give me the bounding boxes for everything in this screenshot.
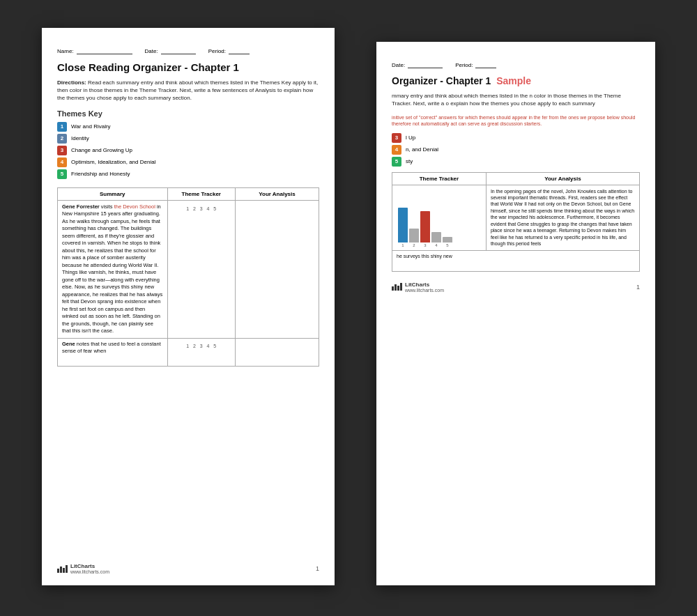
col-analysis: Your Analysis [236,187,319,200]
front-brand: LitCharts [70,563,109,569]
back-page-num: 1 [636,284,640,291]
back-period-field: Period: [455,61,496,68]
period-field: Period: [208,47,250,54]
tracker-bar-1 [398,208,408,242]
front-litcharts-logo: LitCharts www.litcharts.com [57,563,109,574]
front-litcharts-bars-icon [57,565,68,573]
theme-item-5: 5 Friendship and Honesty [57,169,319,179]
back-note: initive set of "correct" answers for whi… [392,114,640,127]
back-analysis-text: In the opening pages of the novel, John … [491,188,635,247]
theme-badge-4: 4 [57,157,67,167]
back-theme-label-4: n, and Denial [406,146,438,153]
analysis-cell-1 [236,200,319,338]
theme-item-2: 2 Identity [57,134,319,144]
back-theme-5: 5 sty [392,157,640,167]
summary-text-2: Gene notes that he used to feel a consta… [62,341,163,355]
period-label: Period: [208,48,226,54]
directions-text: Read each summary entry and think about … [57,79,318,101]
back-theme-4: 4 n, and Denial [392,145,640,155]
front-header: Name: Date: Period: [57,47,319,54]
back-table-row-1: 1 2 3 4 [392,185,640,250]
date-label: Date: [145,48,158,54]
theme-badge-3: 3 [57,146,67,155]
analysis-cell-2 [236,338,319,366]
themes-key-section: Themes Key 1 War and Rivalry 2 Identity … [57,109,319,179]
back-col-tracker: Theme Tracker [392,172,487,185]
theme-label-2: Identity [71,135,89,141]
theme-label-3: Change and Growing Up [71,147,132,153]
tracker-numbers-2: 1 2 3 4 5 [172,341,231,351]
summary-text-1: Gene Forrester visits the Devon School i… [62,203,163,335]
theme-label-5: Friendship and Honesty [71,171,130,177]
front-table: Summary Theme Tracker Your Analysis Gene… [57,187,319,367]
back-doc-title: Organizer - Chapter 1 Sample [392,75,640,86]
col-summary: Summary [58,187,168,200]
theme-item-3: 3 Change and Growing Up [57,146,319,155]
back-theme-badge-5: 5 [392,157,401,167]
litcharts-bars-icon [392,283,402,291]
back-table-row-2: he surveys this shiny new [392,250,640,271]
front-doc-title: Close Reading Organizer - Chapter 1 [57,61,319,73]
front-footer: LitCharts www.litcharts.com 1 [57,560,319,574]
front-table-row-2: Gene notes that he used to feel a consta… [58,338,319,366]
front-document: Name: Date: Period: Close Reading Organi… [42,28,335,585]
sample-label: Sample [496,75,531,86]
front-url: www.litcharts.com [70,569,109,574]
back-directions: mmary entry and think about which themes… [392,92,640,107]
back-theme-label-5: sty [406,158,413,164]
back-theme-badge-3: 3 [392,133,401,143]
theme-label-4: Optimism, Idealization, and Denial [71,159,155,165]
front-table-row-1: Gene Forrester visits the Devon School i… [58,200,319,338]
theme-badge-5: 5 [57,169,67,179]
theme-badge-2: 2 [57,134,67,144]
name-field: Name: [57,47,132,54]
name-label: Name: [57,48,74,54]
theme-item-4: 4 Optimism, Idealization, and Denial [57,157,319,167]
col-tracker: Theme Tracker [167,187,236,200]
date-field: Date: [145,47,196,54]
tracker-numbers-1: 1 2 3 4 5 [172,203,231,214]
theme-label-1: War and Rivalry [71,123,111,130]
back-date-field: Date: [392,61,443,68]
tracker-bar-5 [443,237,452,242]
back-col-analysis: Your Analysis [486,172,639,185]
theme-item-1: 1 War and Rivalry [57,122,319,132]
tracker-bar-4 [431,232,441,242]
back-litcharts-logo: LitCharts www.litcharts.com [392,282,444,293]
tracker-bar-2 [409,229,419,242]
front-page-num: 1 [316,565,319,572]
back-url: www.litcharts.com [405,288,444,293]
directions-bold: Directions: [57,79,86,86]
back-brand: LitCharts [405,282,444,288]
back-theme-3: 3 l Up [392,133,640,143]
front-directions: Directions: Read each summary entry and … [57,79,319,102]
back-period-label: Period: [455,62,473,68]
theme-badge-1: 1 [57,122,67,132]
back-bottom-text: he surveys this shiny new [397,254,452,259]
tracker-bar-3 [420,211,430,242]
back-footer: LitCharts www.litcharts.com 1 [392,279,640,293]
back-theme-badge-4: 4 [392,145,401,155]
back-theme-label-3: l Up [406,134,415,141]
themes-key-title: Themes Key [57,109,319,118]
back-table: Theme Tracker Your Analysis 1 [392,172,640,272]
back-document: Date: Period: Organizer - Chapter 1 Samp… [376,42,655,585]
back-header: Date: Period: [392,61,640,68]
back-date-label: Date: [392,62,405,68]
